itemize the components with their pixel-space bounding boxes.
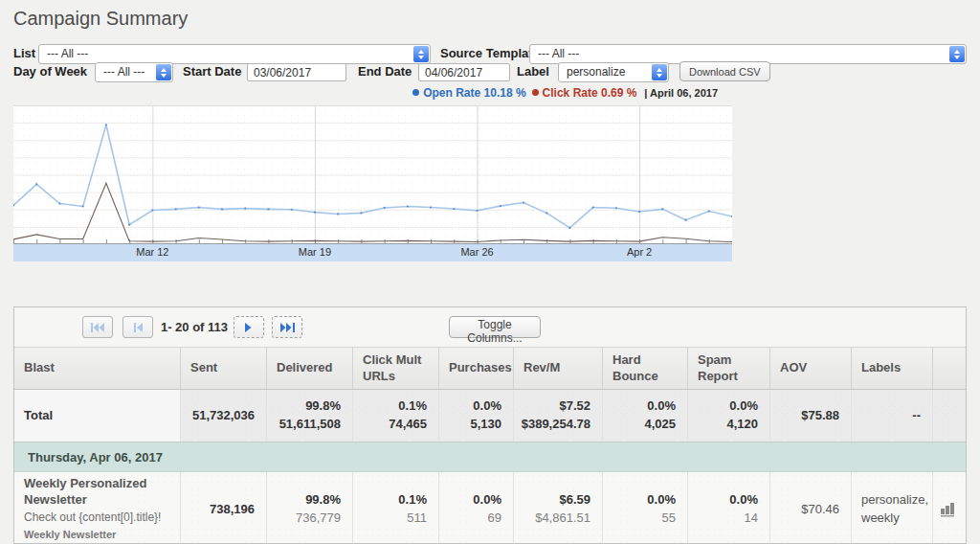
navigator-tick-label: Apr 2 xyxy=(627,246,652,258)
row-purchases: 0.0%69 xyxy=(438,472,513,544)
total-click-mult: 0.1%74,465 xyxy=(352,390,438,442)
end-date-label: End Date xyxy=(358,62,412,81)
total-labels: -- xyxy=(851,390,932,442)
label-select-value: personalize xyxy=(567,63,625,81)
total-label: Total xyxy=(14,390,180,442)
date-group-label: Thursday, Apr 06, 2017 xyxy=(28,450,163,465)
select-stepper-icon xyxy=(652,64,667,80)
row-click-mult: 0.1%511 xyxy=(352,472,438,544)
blast-table: 1- 20 of 113 Toggle Columns... Blast Sen… xyxy=(13,306,967,544)
blast-subject: Check out {content[0].title}! xyxy=(24,510,161,524)
column-header-labels[interactable]: Labels xyxy=(851,348,932,389)
first-page-icon xyxy=(91,323,105,332)
total-row: Total 51,732,036 99.8%51,611,508 0.1%74,… xyxy=(14,390,966,442)
total-spam-report: 0.0%4,120 xyxy=(687,390,769,442)
navigator-tick-label: Mar 12 xyxy=(136,246,168,258)
source-template-select-value: --- All --- xyxy=(538,45,579,63)
column-header-delivered[interactable]: Delivered xyxy=(266,348,352,389)
column-header-aov[interactable]: AOV xyxy=(769,348,851,389)
chart-legend: Open Rate 10.18 % Click Rate 0.69 % | Ap… xyxy=(412,86,718,100)
row-hard-bounce: 0.0%55 xyxy=(602,472,687,544)
total-hard-bounce: 0.0%4,025 xyxy=(602,390,687,442)
previous-page-button[interactable] xyxy=(122,316,153,338)
start-date-label: Start Date xyxy=(183,62,241,81)
column-header-hard-bounce[interactable]: Hard Bounce xyxy=(602,348,687,389)
total-delivered: 99.8%51,611,508 xyxy=(266,390,352,442)
row-spam-report: 0.0%14 xyxy=(687,472,769,544)
last-page-button[interactable] xyxy=(272,316,302,338)
column-header-click-mult-urls[interactable]: Click Mult URLs xyxy=(352,348,438,389)
row-revm: $6.59$4,861.51 xyxy=(513,472,602,544)
open-rate-dot-icon xyxy=(412,89,419,96)
campaign-chart: Mar 12Mar 19Mar 26Apr 2 xyxy=(13,105,732,261)
start-date-input[interactable] xyxy=(247,63,346,81)
select-stepper-icon xyxy=(413,46,429,62)
day-of-week-label: Day of Week xyxy=(13,62,87,81)
total-purchases: 0.0%5,130 xyxy=(438,390,513,442)
row-delivered: 99.8%736,779 xyxy=(266,472,352,544)
blast-title[interactable]: Weekly Personalized Newsletter xyxy=(24,476,168,509)
campaign-chart-svg xyxy=(13,105,732,244)
table-header-row: Blast Sent Delivered Click Mult URLs Pur… xyxy=(14,348,966,390)
blast-row: Weekly Personalized Newsletter Check out… xyxy=(14,472,966,544)
pagination-range: 1- 20 of 113 xyxy=(156,316,233,338)
source-template-label: Source Template xyxy=(440,44,540,63)
total-sent: 51,732,036 xyxy=(180,390,266,442)
label-select[interactable]: personalize xyxy=(558,62,669,82)
chart-navigator-band[interactable]: Mar 12Mar 19Mar 26Apr 2 xyxy=(13,244,732,261)
list-select[interactable]: --- All --- xyxy=(38,44,431,64)
first-page-button[interactable] xyxy=(82,316,113,338)
click-rate-legend: Click Rate 0.69 % xyxy=(532,86,637,100)
campaign-summary-page: Campaign Summary List --- All --- Source… xyxy=(0,0,980,544)
label-filter-label: Label xyxy=(517,62,549,81)
legend-date: | April 06, 2017 xyxy=(644,87,718,99)
blast-cell[interactable]: Weekly Personalized Newsletter Check out… xyxy=(14,472,180,544)
column-header-blast[interactable]: Blast xyxy=(14,348,180,389)
column-header-chart xyxy=(932,348,966,389)
click-rate-dot-icon xyxy=(532,89,539,96)
list-select-value: --- All --- xyxy=(47,45,88,63)
row-chart-cell[interactable] xyxy=(932,472,966,544)
select-stepper-icon xyxy=(949,46,965,62)
column-header-revm[interactable]: Rev/M xyxy=(513,348,602,389)
blast-template: Weekly Newsletter xyxy=(24,528,116,543)
total-aov: $75.88 xyxy=(769,390,851,442)
navigator-tick-label: Mar 19 xyxy=(299,246,331,258)
last-page-icon xyxy=(280,323,295,332)
column-header-purchases[interactable]: Purchases xyxy=(438,348,513,389)
day-of-week-select-value: --- All --- xyxy=(103,63,145,81)
row-labels: personalize, weekly xyxy=(851,472,932,544)
chart-plot-area xyxy=(13,105,732,244)
previous-page-icon xyxy=(134,323,143,332)
next-page-icon xyxy=(245,323,253,332)
next-page-button[interactable] xyxy=(234,316,264,338)
page-title: Campaign Summary xyxy=(13,8,188,30)
date-group-row: Thursday, Apr 06, 2017 xyxy=(14,442,966,472)
total-chart-cell xyxy=(932,390,966,442)
list-label: List xyxy=(13,44,35,63)
open-rate-legend: Open Rate 10.18 % xyxy=(412,86,525,100)
select-stepper-icon xyxy=(156,64,171,80)
row-sent: 738,196 xyxy=(180,472,266,544)
toggle-columns-button[interactable]: Toggle Columns... xyxy=(449,316,541,338)
table-toolbar: 1- 20 of 113 Toggle Columns... xyxy=(14,307,966,348)
total-revm: $7.52$389,254.78 xyxy=(513,390,602,442)
row-aov: $70.46 xyxy=(769,472,851,544)
column-header-sent[interactable]: Sent xyxy=(180,348,266,389)
day-of-week-select[interactable]: --- All --- xyxy=(95,62,173,82)
download-csv-button[interactable]: Download CSV xyxy=(679,61,770,81)
column-header-spam-report[interactable]: Spam Report xyxy=(687,348,769,389)
navigator-tick-label: Mar 26 xyxy=(460,246,493,258)
bar-chart-icon xyxy=(940,502,956,517)
end-date-input[interactable] xyxy=(418,63,510,81)
